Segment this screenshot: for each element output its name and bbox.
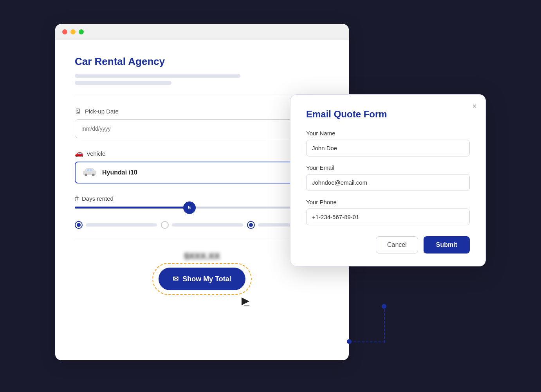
cancel-button[interactable]: Cancel <box>376 236 418 254</box>
calendar-icon: 🗓 <box>75 107 82 115</box>
submit-button[interactable]: Submit <box>424 236 470 254</box>
vehicle-name: Hyundai i10 <box>102 169 316 176</box>
phone-input[interactable] <box>306 209 470 225</box>
placeholder-bar-2 <box>75 81 171 85</box>
phone-field-group: Your Phone <box>306 199 470 225</box>
name-input[interactable] <box>306 140 470 156</box>
date-input[interactable] <box>81 126 314 132</box>
name-field-group: Your Name <box>306 130 470 156</box>
svg-point-2 <box>92 174 95 176</box>
modal-title: Email Quote Form <box>306 109 470 120</box>
radio-inner-1 <box>77 223 81 227</box>
connector-line-vertical <box>384 306 385 343</box>
radio-button-2[interactable] <box>161 221 169 229</box>
divider-top <box>75 96 329 96</box>
connector-line-horizontal <box>350 342 385 342</box>
svg-rect-4 <box>90 169 93 171</box>
connector-dot-top <box>382 304 386 309</box>
radio-inner-3 <box>249 223 253 227</box>
slider-fill <box>75 207 189 209</box>
email-quote-modal: × Email Quote Form Your Name Your Email … <box>290 94 486 266</box>
show-total-label: Show My Total <box>182 275 231 283</box>
email-input[interactable] <box>306 174 470 191</box>
maximize-button-traffic[interactable] <box>79 29 84 34</box>
minimize-button-traffic[interactable] <box>70 29 76 34</box>
modal-actions: Cancel Submit <box>306 236 470 254</box>
radio-item-2[interactable] <box>161 221 243 229</box>
show-my-total-button[interactable]: ✉ Show My Total <box>159 268 245 290</box>
email-field-label: Your Email <box>306 164 470 171</box>
radio-label-1 <box>86 223 157 227</box>
app-title: Car Rental Agency <box>75 56 329 68</box>
phone-field-label: Your Phone <box>306 199 470 205</box>
email-button-icon: ✉ <box>173 275 179 283</box>
hash-icon: # <box>75 194 79 203</box>
browser-titlebar <box>55 24 349 40</box>
show-total-btn-wrapper: ✉ Show My Total ▶̲ <box>159 268 245 290</box>
svg-rect-3 <box>87 169 90 171</box>
modal-close-button[interactable]: × <box>472 102 477 111</box>
email-field-group: Your Email <box>306 164 470 191</box>
name-field-label: Your Name <box>306 130 470 137</box>
slider-thumb[interactable]: 5 <box>183 201 196 214</box>
placeholder-bar-1 <box>75 74 240 78</box>
radio-button-1[interactable] <box>75 221 83 229</box>
radio-label-2 <box>172 223 243 227</box>
close-button-traffic[interactable] <box>62 29 67 34</box>
connector-dot-left <box>347 339 352 344</box>
cursor-pointer-icon: ▶̲ <box>242 295 249 307</box>
radio-button-3[interactable] <box>247 221 255 229</box>
radio-item-1[interactable] <box>75 221 157 229</box>
car-label-icon: 🚗 <box>75 149 83 158</box>
svg-point-1 <box>85 174 87 176</box>
car-thumbnail <box>82 167 97 178</box>
